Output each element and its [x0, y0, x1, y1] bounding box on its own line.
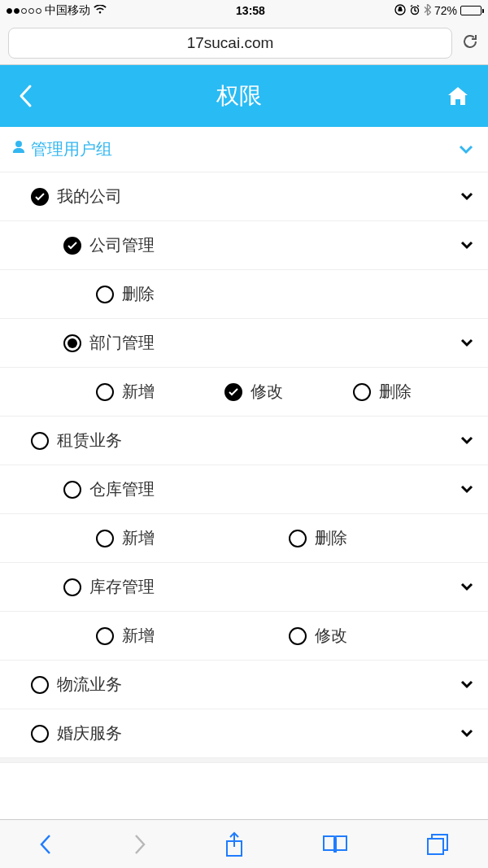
node-label: 仓库管理 — [89, 478, 155, 500]
checkbox-partial-icon[interactable] — [63, 334, 81, 352]
checkbox-empty-icon[interactable] — [63, 578, 81, 596]
checkbox-empty-icon[interactable] — [31, 676, 49, 694]
back-button[interactable] — [18, 84, 33, 108]
tree-node-stock[interactable]: 库存管理 — [0, 563, 488, 612]
option-label: 新增 — [122, 381, 155, 403]
node-label: 部门管理 — [89, 332, 155, 354]
clock-label: 13:58 — [107, 4, 394, 17]
checkbox-empty-icon[interactable] — [96, 286, 114, 303]
option-label: 修改 — [315, 625, 347, 647]
ios-status-bar: 中国移动 13:58 72% — [0, 0, 488, 21]
checkbox-empty-icon[interactable] — [353, 383, 371, 401]
checkbox-empty-icon[interactable] — [63, 481, 81, 499]
option-label: 新增 — [122, 527, 155, 549]
nav-forward-button — [131, 832, 147, 857]
bookmarks-button[interactable] — [321, 834, 349, 855]
checkbox-checked-icon[interactable] — [63, 237, 81, 255]
option-label: 修改 — [251, 381, 283, 403]
nav-back-button[interactable] — [38, 832, 54, 857]
node-label: 租赁业务 — [57, 430, 122, 451]
chevron-down-icon — [460, 485, 473, 494]
tree-node-wedding[interactable]: 婚庆服务 — [0, 709, 488, 758]
option-row: 新增 修改 — [0, 612, 488, 661]
checkbox-empty-icon[interactable] — [31, 432, 49, 450]
chevron-down-icon — [460, 241, 473, 250]
tree-node-rental[interactable]: 租赁业务 — [0, 417, 488, 465]
wifi-icon — [94, 4, 107, 17]
option-row: 删除 — [0, 270, 488, 319]
app-header: 权限 — [0, 65, 488, 127]
node-label: 库存管理 — [89, 576, 155, 598]
orientation-lock-icon — [394, 4, 406, 18]
spacer — [0, 758, 488, 763]
checkbox-checked-icon[interactable] — [224, 383, 242, 401]
checkbox-empty-icon[interactable] — [96, 383, 114, 401]
option-label: 新增 — [122, 625, 155, 647]
svg-rect-4 — [428, 839, 443, 854]
tree-node-dept-mgmt[interactable]: 部门管理 — [0, 319, 488, 368]
reload-icon[interactable] — [460, 32, 480, 55]
checkbox-empty-icon[interactable] — [96, 530, 114, 547]
checkbox-empty-icon[interactable] — [289, 627, 307, 645]
battery-icon — [460, 6, 481, 15]
checkbox-empty-icon[interactable] — [96, 627, 114, 645]
carrier-label: 中国移动 — [45, 3, 90, 18]
home-button[interactable] — [446, 85, 470, 107]
chevron-down-icon — [460, 729, 473, 738]
safari-toolbar — [0, 819, 488, 868]
node-label: 物流业务 — [57, 674, 122, 696]
tree-node-company-mgmt[interactable]: 公司管理 — [0, 221, 488, 270]
chevron-down-icon — [460, 338, 473, 347]
url-field[interactable]: 17sucai.com — [8, 28, 452, 59]
group-header[interactable]: 管理用户组 — [0, 127, 488, 172]
node-label: 公司管理 — [89, 234, 155, 256]
chevron-down-icon — [460, 680, 473, 689]
option-label: 删除 — [379, 381, 412, 403]
chevron-down-icon — [459, 145, 473, 155]
group-label: 管理用户组 — [31, 138, 112, 160]
node-label: 我的公司 — [57, 185, 122, 207]
chevron-down-icon — [460, 436, 473, 445]
checkbox-empty-icon[interactable] — [31, 725, 49, 743]
chevron-down-icon — [460, 582, 473, 591]
option-label: 删除 — [315, 527, 347, 549]
tabs-button[interactable] — [425, 832, 450, 857]
checkbox-empty-icon[interactable] — [289, 530, 307, 547]
safari-address-bar: 17sucai.com — [0, 21, 488, 65]
option-row: 新增 删除 — [0, 514, 488, 563]
user-icon — [11, 140, 26, 159]
node-label: 婚庆服务 — [57, 722, 122, 744]
tree-node-my-company[interactable]: 我的公司 — [0, 172, 488, 221]
option-row: 新增 修改 删除 — [0, 368, 488, 417]
page-title: 权限 — [216, 81, 262, 111]
tree-node-logistics[interactable]: 物流业务 — [0, 661, 488, 709]
checkbox-checked-icon[interactable] — [31, 188, 49, 206]
chevron-down-icon — [460, 192, 473, 201]
battery-pct-label: 72% — [434, 4, 457, 17]
share-button[interactable] — [224, 831, 245, 857]
tree-node-warehouse[interactable]: 仓库管理 — [0, 465, 488, 514]
bluetooth-icon — [424, 4, 431, 18]
signal-dots-icon — [7, 8, 41, 14]
alarm-icon — [409, 4, 420, 18]
option-label: 删除 — [122, 283, 155, 305]
